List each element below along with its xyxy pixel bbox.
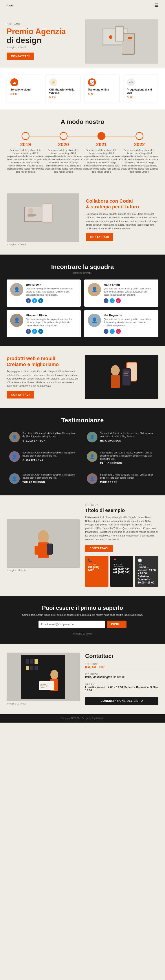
- testi-photo-5: 👤: [87, 473, 97, 484]
- timeline-item-1: 2020 Promuovere della gestione delle ris…: [45, 132, 83, 173]
- chisiamo-cta-button[interactable]: CONTATTACI: [85, 545, 113, 552]
- testi-text-5: Sample text. Click to select the text bo…: [100, 473, 156, 479]
- testi-name-1: NICK JHONSON: [100, 439, 156, 442]
- service-card-0: ☁ Soluzione cloud DI PIÙ: [6, 75, 42, 103]
- service-link-3[interactable]: DI PIÙ: [127, 96, 133, 99]
- contact-address-label: Indirizzo:: [85, 673, 159, 676]
- team-social-1: f t ig: [104, 298, 155, 303]
- service-link-0[interactable]: DI PIÙ: [10, 93, 17, 95]
- team-desc-3: Quis aute iure reprim in volup velit in …: [104, 318, 155, 327]
- collabora-cta-button[interactable]: CONTATTACI: [86, 233, 113, 241]
- creiamo-cta-button[interactable]: CONTATTACI: [6, 391, 34, 398]
- team-ig-3[interactable]: ig: [116, 329, 121, 334]
- service-link-2[interactable]: DI PIÙ: [88, 93, 94, 95]
- team-li-0[interactable]: in: [38, 298, 43, 303]
- team-desc-2: Quis aute iure reprim in volup velit in …: [26, 318, 77, 327]
- header: logo ☰: [0, 0, 165, 11]
- contact-divider-0: [85, 671, 159, 671]
- testi-name-3: PAULO HUDSON: [100, 462, 156, 465]
- testimonials-title: Testimonianze: [6, 417, 159, 424]
- chisiamo-stats: 📞 CALL US +01 (234) 4447 📍 01 (4343+) PO…: [85, 556, 159, 587]
- contattaci-title: Contattaci: [85, 652, 159, 659]
- team-name-3: Nat Reynolds: [104, 314, 155, 317]
- collabora-title-black: Collabora con Codal: [86, 198, 133, 204]
- team-fb-0[interactable]: f: [26, 298, 31, 303]
- team-card-3: 👤 Nat Reynolds Quis aute iure reprim in …: [84, 310, 159, 337]
- contact-phone: Telefono: (555) 555 - 4447: [85, 663, 159, 668]
- testi-info-0: Sample text. Click to select the text bo…: [22, 432, 78, 442]
- testi-photo-1: 👤: [87, 432, 97, 442]
- contact-address: Indirizzo: Italia, via Washington 32, 32…: [85, 673, 159, 679]
- testi-photo-3: 👤: [87, 451, 97, 462]
- service-title-1: Ottimizzazione della velocità: [49, 88, 77, 94]
- service-link-1[interactable]: DI PIÙ: [49, 96, 56, 99]
- contattaci-cta-button[interactable]: CONSULTAZIONE DEL LIBRO: [85, 697, 159, 705]
- tl-year-1: 2020: [45, 142, 83, 148]
- svg-rect-5: [116, 27, 123, 41]
- team-li-2[interactable]: in: [38, 329, 43, 334]
- team-tw-1[interactable]: t: [110, 298, 115, 303]
- amodo-section: A modo nostro 2019 Promuovere della gest…: [0, 110, 165, 189]
- primo-section: Puoi essere il primo a saperlo Sample te…: [0, 596, 165, 644]
- contact-hours-value: Lunedì – Venerdì: 7:00 – 19:00, Sabato –…: [85, 686, 159, 692]
- team-card-1: 👤 Maria Smith Quis aute iure reprim in v…: [84, 280, 159, 307]
- svg-rect-22: [124, 372, 129, 372]
- creiamo-title-orange: prodotti web e mobili: [6, 356, 55, 361]
- testimonial-card-3: 👤 Click again to start editing PAOLO HUD…: [84, 449, 159, 467]
- tl-dot-1: [60, 132, 68, 140]
- hamburger-icon[interactable]: ☰: [154, 3, 159, 8]
- creiamo-title: prodotti web e mobili Creiamo e migliori…: [6, 356, 80, 368]
- contact-hours: Orario: Lunedì – Venerdì: 7:00 – 19:00, …: [85, 683, 159, 692]
- team-desc-0: Quis aute iure reprim in volup velit in …: [26, 287, 77, 296]
- svg-text:Agency: Agency: [41, 687, 45, 688]
- tl-text-2: Promuovere della gestione delle risorse …: [82, 149, 121, 173]
- testi-info-5: Sample text. Click to select the text bo…: [100, 473, 156, 484]
- svg-text:Web Design: Web Design: [41, 685, 48, 687]
- team-fb-3[interactable]: f: [104, 329, 108, 334]
- creiamo-left: prodotti web e mobili Creiamo e migliori…: [6, 356, 80, 398]
- testi-text-2: Sample text. Click to select the text bo…: [22, 451, 78, 457]
- testi-text-1: Sample text. Click to select the text bo…: [100, 432, 156, 438]
- contact-phone-value: (555) 555 - 4447: [85, 665, 159, 668]
- team-fb-1[interactable]: f: [104, 298, 108, 303]
- contattaci-img-label: Immagine da freepik: [6, 703, 80, 705]
- stat-icon-1: 📍: [113, 558, 131, 563]
- stat-icon-2: 🕐: [138, 558, 156, 563]
- testi-info-2: Sample text. Click to select the text bo…: [22, 451, 78, 461]
- stat-label-1: 01 (4343+) POSIZIONE: [113, 563, 131, 568]
- tl-text-1: Promuovere della gestione delle risorse …: [45, 149, 83, 173]
- testimonial-card-4: 👤 Sample text. Click to select the text …: [6, 471, 81, 487]
- primo-cta-button[interactable]: ISCRI…: [107, 620, 127, 628]
- stat-value-1: +01 (242) 560, +01 (242) 560,: [113, 568, 131, 574]
- team-tw-0[interactable]: t: [32, 298, 37, 303]
- team-info-2: Giovanni Rioco Quis aute iure reprim in …: [26, 314, 77, 334]
- service-card-2: 📈 Marketing online DI PIÙ: [84, 75, 120, 103]
- email-input[interactable]: [39, 620, 105, 628]
- svg-text:We are a: We are a: [41, 684, 46, 685]
- svg-rect-37: [35, 666, 38, 670]
- svg-rect-24: [124, 375, 129, 375]
- svg-rect-17: [111, 375, 120, 388]
- team-info-0: Bob Brown Quis aute iure reprim in volup…: [26, 283, 77, 303]
- contattaci-left: We are a Web Design Agency Immagine da f…: [6, 652, 80, 705]
- services-section: ☁ Soluzione cloud DI PIÙ ⚡ Ottimizzazion…: [0, 68, 165, 110]
- tl-dot-3: [135, 132, 143, 140]
- creiamo-image: [85, 355, 159, 399]
- hero-cta-button[interactable]: CONTATTACI: [6, 52, 34, 60]
- primo-text: Sample text. Lorem ipsum dolor sit amet,…: [6, 614, 159, 616]
- team-ig-1[interactable]: ig: [116, 298, 121, 303]
- hero-left: CHI SIAMO Premio Agenzia di design Immag…: [6, 23, 80, 60]
- collabora-right: Collabora con Codal & strategia per il f…: [86, 198, 159, 241]
- team-tw-2[interactable]: t: [32, 329, 37, 334]
- collabora-section: Immagine da freepik Collabora con Codal …: [0, 189, 165, 255]
- team-social-2: f t in: [26, 329, 77, 334]
- team-desc-1: Quis aute iure reprim in volup velit in …: [104, 287, 155, 296]
- footer: Copyright 2023 Web Design by Top Website: [0, 714, 165, 722]
- squadra-img-label: immagine di freepik: [6, 272, 159, 274]
- stat-value-0: +01 (234) 4447: [88, 566, 106, 572]
- team-info-1: Maria Smith Quis aute iure reprim in vol…: [104, 283, 155, 303]
- team-fb-2[interactable]: f: [26, 329, 31, 334]
- chisiamo-img-label: Immagine di freepik: [6, 569, 80, 571]
- team-tw-3[interactable]: t: [110, 329, 115, 334]
- svg-rect-23: [124, 373, 128, 374]
